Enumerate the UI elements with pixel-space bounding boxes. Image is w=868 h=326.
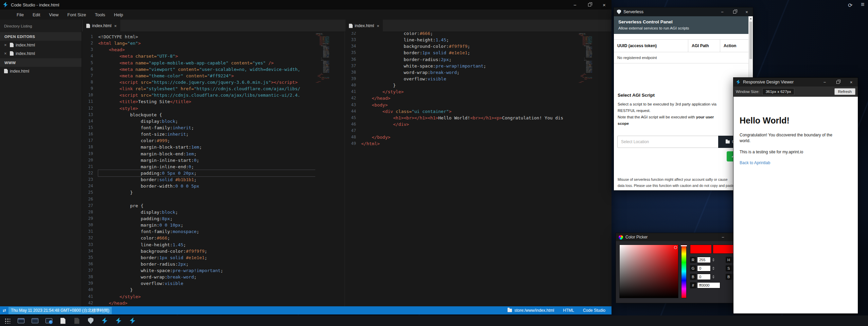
maximize-button[interactable] [728, 7, 741, 16]
tab-index-html-left[interactable]: index.html × [83, 20, 120, 32]
line-number: 31 [82, 228, 98, 235]
code-text: color:#666; [361, 32, 579, 37]
saturation-value-area[interactable] [619, 245, 678, 298]
scrollbar-thumb[interactable] [749, 22, 752, 59]
file-icon [349, 24, 353, 28]
menu-help[interactable]: Help [110, 9, 128, 20]
hue-slider-thumb[interactable] [681, 245, 687, 246]
minimize-button[interactable]: − [818, 78, 831, 87]
menu-tools[interactable]: Tools [90, 9, 109, 20]
code-line: 38 word-wrap:break-word; [345, 69, 579, 76]
close-button[interactable]: × [741, 7, 753, 16]
spinner-icon[interactable] [712, 274, 715, 280]
code-line: 17 color:#999; [82, 137, 315, 144]
color-swatch-current[interactable] [690, 245, 712, 254]
window-size-value[interactable]: 361px x 627px [762, 88, 795, 95]
code-studio-3-glyph [129, 318, 136, 324]
code-line: 25 } [82, 189, 315, 196]
status-file[interactable]: store:/www/index.html [508, 308, 554, 313]
editor-pane-right[interactable]: 32 color:#666;33 line-height:1.45;34 bac… [344, 32, 612, 306]
restore-icon [588, 3, 591, 6]
page-paragraph: This is a testing site for my.aprint.io [740, 149, 844, 155]
line-number: 42 [345, 95, 361, 101]
status-datetime[interactable]: Thu May 11 2023 21:54:48 GMT+0800 (台北標準時… [8, 307, 112, 314]
sv-cursor[interactable] [674, 246, 677, 249]
refresh-icon[interactable]: ⟳ [848, 2, 852, 8]
dark-document-glyph [74, 318, 79, 324]
maximize-button[interactable] [831, 78, 845, 87]
minimap-line: </html> [316, 82, 329, 83]
line-number: 16 [82, 131, 98, 137]
minimap[interactable]: <!DOCTYPE html><html lang="en"> <head> <… [579, 33, 592, 83]
code-line: 48 </body> [345, 134, 579, 140]
sidebar-file-item[interactable]: ×index.html [0, 49, 82, 58]
menu-file[interactable]: File [12, 9, 28, 20]
restore-button[interactable] [582, 0, 597, 9]
line-number: 43 [345, 102, 361, 108]
code-text: } [361, 82, 579, 89]
viewer-title-bar[interactable]: Responsive Design Viewer − × [733, 78, 858, 87]
close-file-icon[interactable]: × [4, 42, 9, 47]
taskbar-code-studio-1-icon[interactable] [101, 317, 109, 325]
spinner-icon[interactable] [712, 265, 715, 271]
taskbar-dark-document-icon[interactable] [73, 317, 81, 325]
taskbar-browser-icon[interactable] [45, 317, 53, 325]
refresh-button[interactable]: Refresh [834, 88, 855, 95]
hex-value-input[interactable]: ff0000 [697, 282, 720, 288]
menu-font-size[interactable]: Font Size [63, 9, 90, 20]
taskbar-serverless-icon[interactable] [87, 317, 95, 325]
tab-index-html-right[interactable]: index.html × [346, 20, 383, 32]
editor-pane-left[interactable]: 1<!DOCTYPE html>2<html lang="en">3 <head… [82, 32, 344, 306]
close-file-icon[interactable]: × [4, 51, 9, 56]
code-text: border:1px solid #e1e1e1; [98, 254, 315, 261]
code-text: line-height:1.45; [361, 37, 579, 43]
status-language[interactable]: HTML [563, 308, 574, 313]
field-value-input[interactable]: 0 [697, 265, 711, 271]
taskbar-code-studio-2-icon[interactable] [114, 317, 123, 325]
tab-close-icon[interactable]: × [377, 23, 379, 28]
serverless-title-bar[interactable]: Serverless − × [614, 7, 753, 16]
code-text: <div class="ui container"> [361, 108, 579, 115]
sidebar-section-open-editors[interactable]: OPEN EDITORS [0, 32, 82, 41]
menu-view[interactable]: View [45, 9, 63, 20]
file-icon [4, 69, 8, 73]
taskbar-apps-window-icon[interactable] [31, 317, 39, 325]
code-line: 43 <body> [345, 102, 579, 108]
code-text: </head> [98, 300, 315, 306]
color-swatch-previous[interactable] [713, 245, 734, 254]
line-number: 5 [82, 60, 98, 66]
title-bar[interactable]: Code Studio - index.html − × [0, 0, 612, 9]
taskbar-app-launcher-icon[interactable] [3, 317, 11, 325]
sidebar-file-item[interactable]: index.html [0, 67, 82, 75]
script-location-input[interactable] [617, 136, 718, 148]
taskbar-files-window-icon[interactable] [17, 317, 25, 325]
menu-icon[interactable]: ≡ [861, 1, 865, 8]
remote-icon[interactable]: ⇄ [3, 308, 6, 313]
scroll-up-icon[interactable] [749, 16, 753, 21]
close-button[interactable]: × [845, 78, 858, 87]
menu-edit[interactable]: Edit [28, 9, 45, 20]
status-app-name[interactable]: Code Studio [583, 308, 605, 313]
code-line: 26 [82, 196, 315, 203]
line-number: 12 [82, 105, 98, 112]
sidebar-section-www[interactable]: WWW [0, 58, 82, 67]
tab-close-icon[interactable]: × [114, 23, 117, 28]
line-number: 40 [82, 287, 98, 293]
code-line: 9 <link rel="stylesheet" href="https://c… [82, 85, 315, 92]
hue-slider[interactable] [681, 245, 687, 298]
taskbar-code-studio-3-icon[interactable] [128, 317, 137, 325]
close-button[interactable]: × [597, 0, 612, 9]
code-text: padding:8px; [98, 215, 315, 222]
sidebar-file-item[interactable]: ×index.html [0, 41, 82, 49]
spinner-icon[interactable] [712, 257, 715, 263]
minimap[interactable]: <!DOCTYPE html><html lang="en"> <head> <… [316, 33, 329, 83]
taskbar-text-document-icon[interactable] [59, 317, 67, 325]
minimize-button[interactable]: − [568, 0, 582, 9]
field-value-input[interactable]: 0 [697, 274, 711, 280]
minimize-button[interactable]: − [716, 233, 730, 241]
field-value-input[interactable]: 255 [697, 257, 711, 263]
line-number: 49 [345, 140, 361, 147]
back-to-aprintlab-link[interactable]: Back to Aprintlab [740, 160, 770, 165]
code-text: color:#999; [98, 137, 315, 144]
minimize-button[interactable]: − [716, 7, 728, 16]
